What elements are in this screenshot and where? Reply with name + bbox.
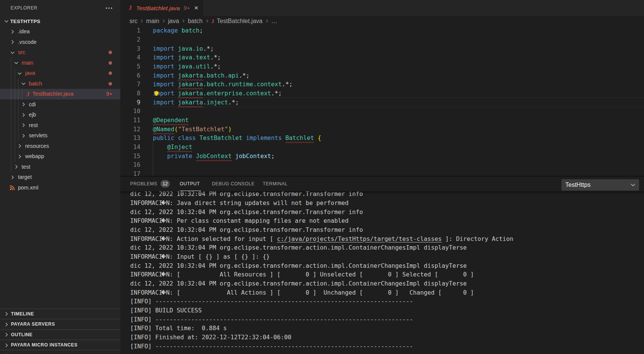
- code-line-3[interactable]: import java.io.*;: [153, 44, 214, 53]
- editor-group: J TestBatchlet.java 9+ ✕ srcmainjavabatc…: [120, 0, 644, 354]
- chevron-right-icon: [20, 122, 26, 128]
- line-number-6: 6: [120, 71, 140, 80]
- tab-problems-badge: 9+: [184, 5, 190, 11]
- code-token: [196, 134, 199, 141]
- code-token: java.text: [178, 54, 210, 61]
- sidebar-section-timeline[interactable]: TIMELINE: [0, 309, 120, 319]
- tree-item-label: java: [25, 68, 35, 79]
- close-icon[interactable]: ✕: [194, 5, 199, 11]
- code-line-14[interactable]: @Inject: [153, 143, 192, 152]
- more-actions-icon[interactable]: [106, 5, 112, 11]
- sidebar-section-testhttps[interactable]: TESTHTTPS: [0, 16, 120, 27]
- code-token: .*;: [228, 99, 239, 106]
- chevron-right-icon: [3, 332, 9, 338]
- code-token: Batchlet: [285, 134, 314, 141]
- tree-item--vscode[interactable]: .vscode: [0, 37, 120, 48]
- breadcrumb-item-main[interactable]: main: [146, 18, 159, 25]
- section-label: OUTLINE: [11, 330, 33, 340]
- code-line-15[interactable]: private JobContext jobContext;: [153, 152, 275, 161]
- code-line-1[interactable]: package batch;: [153, 26, 203, 35]
- breadcrumb-item-testbatchlet-java[interactable]: JTestBatchlet.java: [212, 18, 263, 25]
- code-token: java.io: [178, 45, 203, 52]
- problems-count-badge[interactable]: 12: [160, 180, 170, 188]
- panel-tab-output[interactable]: OUTPUT: [180, 177, 200, 191]
- tree-item--idea[interactable]: .idea: [0, 26, 120, 37]
- panel-tab-terminal[interactable]: TERMINAL: [263, 177, 288, 191]
- tab-testbatchlet[interactable]: J TestBatchlet.java 9+ ✕: [120, 0, 203, 16]
- output-log[interactable]: dic 12, 2022 10:32:04 PM org.eclipse.tra…: [120, 191, 644, 354]
- code-line-9[interactable]: import jakarta.inject.*;: [153, 98, 239, 107]
- code-token: .inject: [203, 99, 228, 106]
- code-token: jakarta: [178, 99, 203, 106]
- line-number-7: 7: [120, 80, 140, 89]
- breadcrumb-item--[interactable]: …: [271, 18, 277, 25]
- chevron-down-icon: [9, 50, 16, 56]
- breadcrumb-item-java[interactable]: java: [168, 18, 179, 25]
- breadcrumb-separator-icon: [205, 19, 209, 23]
- tree-item-pom-xml[interactable]: pom.xml: [0, 183, 120, 193]
- tree-item-resources[interactable]: resources: [0, 141, 120, 152]
- tree-item-main[interactable]: main: [0, 58, 120, 68]
- code-line-6[interactable]: import jakarta.batch.api.*;: [153, 71, 250, 80]
- replacement-char: ?: [162, 288, 166, 297]
- tree-item-label: rest: [29, 120, 38, 131]
- chevron-right-icon: [9, 39, 16, 45]
- breadcrumb-separator-icon: [265, 19, 269, 23]
- tree-item-src[interactable]: src: [0, 47, 120, 58]
- editor-indent-guide: [153, 143, 153, 176]
- code-line-7[interactable]: import jakarta.batch.runtime.context.*;: [153, 80, 292, 89]
- output-line-15: [INFO] ---------------------------------…: [130, 315, 413, 324]
- line-number-5: 5: [120, 62, 140, 71]
- tree-item-java[interactable]: java: [0, 68, 120, 79]
- panel-tab-problems[interactable]: PROBLEMS: [130, 177, 157, 191]
- code-token: jakarta: [178, 81, 203, 88]
- code-token: .batch.runtime.context: [203, 81, 282, 88]
- java-file-icon: J: [212, 18, 214, 24]
- code-line-4[interactable]: import java.text.*;: [153, 53, 221, 62]
- tree-item-test[interactable]: test: [0, 162, 120, 172]
- chevron-right-icon: [13, 164, 19, 170]
- lightbulb-icon[interactable]: [153, 90, 160, 97]
- output-line-5: dic 12, 2022 10:32:04 PM org.eclipse.tra…: [130, 225, 363, 234]
- panel-tab-debug-console[interactable]: DEBUG CONSOLE: [212, 177, 255, 191]
- tree-item-label: webapp: [25, 151, 44, 162]
- code-token: [174, 99, 178, 106]
- code-line-13[interactable]: public class TestBatchlet implements Bat…: [153, 134, 321, 143]
- chevron-down-icon: [17, 70, 23, 76]
- indent-guide: [11, 58, 11, 172]
- tree-item-webapp[interactable]: webapp: [0, 151, 120, 162]
- sidebar-section-outline[interactable]: OUTLINE: [0, 329, 120, 340]
- tree-item-target[interactable]: target: [0, 172, 120, 183]
- replacement-char: ?: [162, 216, 166, 225]
- code-line-8[interactable]: import jakarta.enterprise.context.*;: [153, 89, 282, 98]
- code-token: .enterprise.context: [203, 90, 271, 97]
- breadcrumb-item-batch[interactable]: batch: [188, 18, 202, 25]
- code-token: ): [228, 126, 232, 133]
- output-file-link[interactable]: c:/java/projects/TestHttps/target/test-c…: [277, 235, 442, 242]
- code-token: package: [153, 27, 178, 34]
- output-line-6: INFORMACI?N: Action selected for input […: [130, 234, 513, 244]
- sidebar-section-hidden[interactable]: [0, 350, 120, 354]
- output-line-2: INFORMACI?N: Java direct string updates …: [130, 199, 348, 208]
- code-line-5[interactable]: import java.util.*;: [153, 62, 221, 71]
- tree-item-label: test: [22, 162, 30, 172]
- line-number-14: 14: [120, 143, 140, 152]
- sidebar-section-payara-servers[interactable]: PAYARA SERVERS: [0, 319, 120, 329]
- code-line-12[interactable]: @Named("TestBatchlet"): [153, 125, 232, 134]
- code-token: jakarta: [178, 90, 203, 97]
- code-editor[interactable]: 1package batch;23import java.io.*;4impor…: [120, 26, 644, 176]
- sidebar-section-payara-micro-instances[interactable]: PAYARA MICRO INSTANCES: [0, 340, 120, 350]
- code-token: JobContext: [196, 152, 232, 160]
- output-line-14: [INFO] BUILD SUCCESS: [130, 306, 202, 315]
- code-token: [174, 81, 178, 88]
- sidebar-title-bar: EXPLORER: [0, 0, 120, 16]
- output-channel-value: TestHttps: [565, 179, 591, 191]
- panel-tab-bar: PROBLEMS12OUTPUTDEBUG CONSOLETERMINAL Te…: [120, 177, 644, 191]
- code-token: class: [178, 134, 196, 141]
- tree-item-label: cdi: [29, 99, 36, 110]
- breadcrumb-item-src[interactable]: src: [129, 18, 137, 25]
- code-line-11[interactable]: @Dependent: [153, 116, 189, 125]
- output-channel-dropdown[interactable]: TestHttps: [562, 179, 639, 191]
- code-token: .batch.api: [203, 72, 239, 79]
- breadcrumb-separator-icon: [162, 19, 166, 23]
